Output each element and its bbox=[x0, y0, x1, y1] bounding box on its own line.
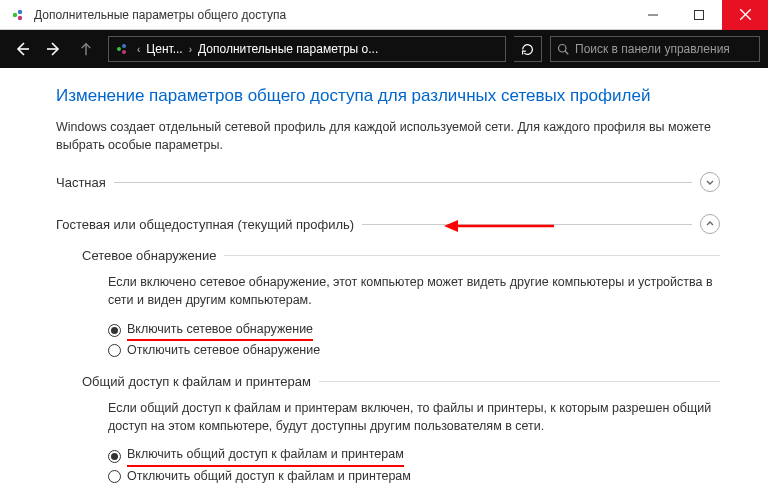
svg-point-10 bbox=[117, 47, 121, 51]
file-sharing-desc: Если общий доступ к файлам и принтерам в… bbox=[108, 399, 720, 435]
profile-guest-label: Гостевая или общедоступная (текущий проф… bbox=[56, 217, 354, 232]
radio-disable-discovery[interactable]: Отключить сетевое обнаружение bbox=[108, 341, 720, 360]
minimize-button[interactable] bbox=[630, 0, 676, 30]
profile-guest-header[interactable]: Гостевая или общедоступная (текущий проф… bbox=[56, 214, 720, 234]
annotation-arrow-icon bbox=[444, 217, 554, 235]
chevron-right-icon: ‹ bbox=[135, 44, 142, 55]
window-title: Дополнительные параметры общего доступа bbox=[34, 8, 630, 22]
search-icon bbox=[557, 43, 569, 55]
radio-enable-sharing[interactable]: Включить общий доступ к файлам и принтер… bbox=[108, 445, 720, 467]
radio-icon bbox=[108, 450, 121, 463]
svg-point-12 bbox=[122, 50, 126, 54]
breadcrumb-seg-2[interactable]: Дополнительные параметры о... bbox=[194, 42, 382, 56]
titlebar: Дополнительные параметры общего доступа bbox=[0, 0, 768, 30]
content: Изменение параметров общего доступа для … bbox=[0, 68, 768, 504]
svg-point-2 bbox=[18, 15, 22, 19]
radio-icon bbox=[108, 470, 121, 483]
file-sharing-title: Общий доступ к файлам и принтерам bbox=[82, 374, 720, 389]
svg-line-14 bbox=[565, 51, 568, 54]
network-discovery-desc: Если включено сетевое обнаружение, этот … bbox=[108, 273, 720, 309]
nav-up-button[interactable] bbox=[72, 35, 100, 63]
radio-enable-sharing-label: Включить общий доступ к файлам и принтер… bbox=[127, 445, 404, 467]
page-desc: Windows создает отдельный сетевой профил… bbox=[56, 118, 720, 154]
navbar: ‹ Цент... › Дополнительные параметры о..… bbox=[0, 30, 768, 68]
search-input[interactable]: Поиск в панели управления bbox=[550, 36, 760, 62]
search-placeholder: Поиск в панели управления bbox=[575, 42, 730, 56]
radio-icon bbox=[108, 344, 121, 357]
svg-point-0 bbox=[13, 12, 17, 16]
svg-point-13 bbox=[559, 45, 567, 53]
chevron-right-icon: › bbox=[187, 44, 194, 55]
nav-refresh-button[interactable] bbox=[514, 36, 542, 62]
section-network-discovery: Сетевое обнаружение Если включено сетево… bbox=[82, 248, 720, 360]
radio-disable-sharing-label: Отключить общий доступ к файлам и принте… bbox=[127, 467, 411, 486]
network-discovery-title: Сетевое обнаружение bbox=[82, 248, 720, 263]
radio-icon bbox=[108, 324, 121, 337]
breadcrumb-seg-1[interactable]: Цент... bbox=[142, 42, 186, 56]
radio-enable-discovery-label: Включить сетевое обнаружение bbox=[127, 320, 313, 342]
svg-marker-16 bbox=[444, 220, 458, 232]
svg-point-1 bbox=[18, 9, 22, 13]
svg-point-11 bbox=[122, 44, 126, 48]
breadcrumb[interactable]: ‹ Цент... › Дополнительные параметры о..… bbox=[108, 36, 506, 62]
chevron-collapse-icon[interactable] bbox=[700, 214, 720, 234]
radio-enable-discovery[interactable]: Включить сетевое обнаружение bbox=[108, 320, 720, 342]
breadcrumb-icon bbox=[113, 40, 131, 58]
nav-back-button[interactable] bbox=[8, 35, 36, 63]
profile-private-label: Частная bbox=[56, 175, 106, 190]
chevron-expand-icon[interactable] bbox=[700, 172, 720, 192]
nav-forward-button[interactable] bbox=[40, 35, 68, 63]
close-button[interactable] bbox=[722, 0, 768, 30]
svg-rect-4 bbox=[695, 10, 704, 19]
maximize-button[interactable] bbox=[676, 0, 722, 30]
radio-disable-sharing[interactable]: Отключить общий доступ к файлам и принте… bbox=[108, 467, 720, 486]
page-title: Изменение параметров общего доступа для … bbox=[56, 86, 720, 106]
radio-disable-discovery-label: Отключить сетевое обнаружение bbox=[127, 341, 320, 360]
section-file-sharing: Общий доступ к файлам и принтерам Если о… bbox=[82, 374, 720, 486]
app-icon bbox=[8, 5, 28, 25]
profile-private-header[interactable]: Частная bbox=[56, 172, 720, 192]
